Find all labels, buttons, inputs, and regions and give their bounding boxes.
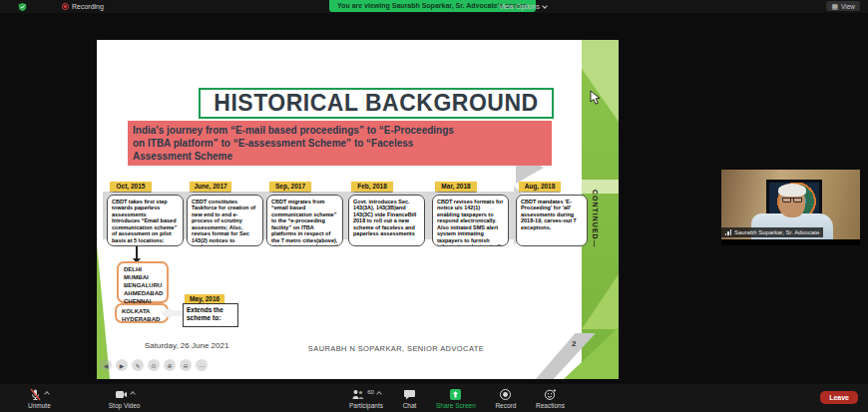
- participants-count: 60: [367, 389, 374, 395]
- more-options-icon[interactable]: ⋯: [196, 359, 208, 371]
- timeline-date-badge: Feb, 2018: [351, 182, 393, 192]
- microphone-muted-icon: [29, 388, 42, 401]
- view-options-dropdown[interactable]: View Options: [499, 0, 547, 13]
- share-screen-button[interactable]: Share Screen: [436, 384, 476, 412]
- timeline-item: Sep, 2017 CBDT migrates from “email base…: [266, 182, 343, 246]
- recording-label: Recording: [72, 3, 104, 10]
- timeline-item: Aug, 2018 CBDT mandates 'E-Proceeding' f…: [516, 182, 588, 246]
- timeline-entry: CBDT revises formats for notice u/s 142(…: [432, 195, 509, 246]
- slide-title: HISTORICAL BACKGROUND: [214, 90, 538, 117]
- grid-view-icon: ▦: [831, 3, 838, 10]
- participants-icon: [351, 388, 364, 401]
- pilot-cities-box: DELHI MUMBAI BENGALURU AHMEDABAD CHENNAI: [117, 261, 169, 303]
- slide-footer-date: Saturday, 26 June 2021: [145, 341, 228, 350]
- meeting-topbar: Recording You are viewing Saurabh Sopark…: [0, 0, 868, 13]
- timeline-item: June, 2017 CBDT constitutes Taskforce fo…: [187, 182, 263, 246]
- slide-subtitle: India's journey from “E-mail based proce…: [128, 121, 552, 166]
- timeline-date-badge: Sep, 2017: [269, 182, 311, 192]
- reactions-icon: [544, 388, 557, 401]
- record-button[interactable]: Record: [495, 384, 516, 412]
- timeline-date-badge: Aug, 2018: [519, 182, 561, 192]
- unmute-label: Unmute: [28, 402, 51, 409]
- participant-video-tile[interactable]: Saurabh Soparkar, Sr. Advocate: [721, 170, 860, 245]
- presentation-slide: HISTORICAL BACKGROUND India's journey fr…: [97, 40, 619, 379]
- recording-icon: [62, 3, 69, 10]
- participants-button[interactable]: 60 Participants: [349, 384, 383, 412]
- view-options-label: View Options: [499, 3, 540, 10]
- share-screen-icon: [449, 388, 462, 401]
- shared-screen-stage: HISTORICAL BACKGROUND India's journey fr…: [0, 13, 868, 384]
- zoom-out-icon[interactable]: ⊖: [180, 359, 192, 371]
- chat-button[interactable]: Chat: [403, 384, 417, 412]
- leave-button[interactable]: Leave: [820, 391, 858, 404]
- participant-name-text: Saurabh Soparkar, Sr. Advocate: [734, 229, 819, 235]
- extension-note-box: Extends the scheme to:: [183, 303, 238, 327]
- previous-slide-icon[interactable]: ◀: [100, 359, 112, 371]
- unmute-button[interactable]: Unmute: [28, 384, 51, 412]
- timeline-date-badge: Oct, 2015: [110, 182, 152, 192]
- slide-footer-author: SAURABH N SOPARKAR, SENIOR ADVOCATE: [266, 344, 526, 353]
- camera-icon: [115, 388, 128, 401]
- encryption-shield-icon[interactable]: [18, 2, 27, 12]
- continued-label: CONTINUED—: [592, 190, 599, 248]
- slide-title-box: HISTORICAL BACKGROUND: [199, 88, 554, 119]
- extension-date-badge: May, 2016: [185, 294, 224, 303]
- laser-pointer-icon[interactable]: ⊙: [148, 359, 160, 371]
- next-slide-icon[interactable]: ▶: [116, 359, 128, 371]
- participants-caret-icon[interactable]: [376, 391, 382, 397]
- stop-video-label: Stop Video: [109, 402, 141, 409]
- timeline-entry: CBDT constitutes Taskforce for creation …: [187, 195, 263, 246]
- participant-face: [779, 187, 805, 217]
- slideshow-toolbar: ◀ ▶ ✎ ⊙ ⊕ ⊖ ⋯: [100, 359, 208, 371]
- pen-tool-icon[interactable]: ✎: [132, 359, 144, 371]
- reactions-button[interactable]: Reactions: [536, 384, 565, 412]
- chevron-down-icon: [542, 3, 548, 9]
- chat-icon: [403, 388, 416, 401]
- timeline-entry: CBDT mandates 'E-Proceeding' for 'all' a…: [516, 195, 588, 246]
- timeline-item: Feb, 2018 Govt. introduces Sec. 143(3A),…: [348, 182, 425, 246]
- participant-name-label: Saurabh Soparkar, Sr. Advocate: [721, 227, 823, 237]
- chat-label: Chat: [403, 402, 417, 409]
- timeline-item: Oct, 2015 CBDT takes first step towards …: [107, 182, 184, 246]
- timeline-entry: Govt. introduces Sec. 143(3A), 143(3B)an…: [348, 195, 425, 246]
- extension-cities-box: KOLKATA HYDERABAD: [115, 303, 169, 323]
- reactions-label: Reactions: [536, 402, 565, 409]
- record-label: Record: [495, 402, 516, 409]
- record-icon: [499, 388, 512, 401]
- timeline-entry: CBDT takes first step towards paperless …: [107, 195, 184, 246]
- zoom-in-icon[interactable]: ⊕: [164, 359, 176, 371]
- timeline-date-badge: Mar, 2018: [435, 182, 477, 192]
- meeting-toolbar: Unmute Stop Video: [0, 384, 868, 412]
- audio-options-caret-icon[interactable]: [45, 391, 51, 397]
- timeline-entry: CBDT migrates from “email based communic…: [266, 195, 343, 246]
- mouse-cursor-icon: [590, 90, 601, 106]
- stop-video-button[interactable]: Stop Video: [109, 384, 141, 412]
- glasses: [782, 198, 802, 203]
- audio-level-icon: [725, 229, 731, 235]
- view-button[interactable]: ▦ View: [826, 1, 860, 11]
- share-screen-label: Share Screen: [436, 402, 476, 409]
- video-options-caret-icon[interactable]: [130, 391, 136, 397]
- participant-hair: [778, 184, 806, 197]
- participants-label: Participants: [349, 402, 383, 409]
- zoom-meeting-window: Recording You are viewing Saurabh Sopark…: [0, 0, 868, 412]
- recording-indicator: Recording: [62, 0, 104, 13]
- slide-number: 2: [572, 339, 576, 348]
- timeline-item: Mar, 2018 CBDT revises formats for notic…: [432, 182, 509, 246]
- view-button-label: View: [841, 3, 855, 10]
- timeline-date-badge: June, 2017: [190, 182, 231, 192]
